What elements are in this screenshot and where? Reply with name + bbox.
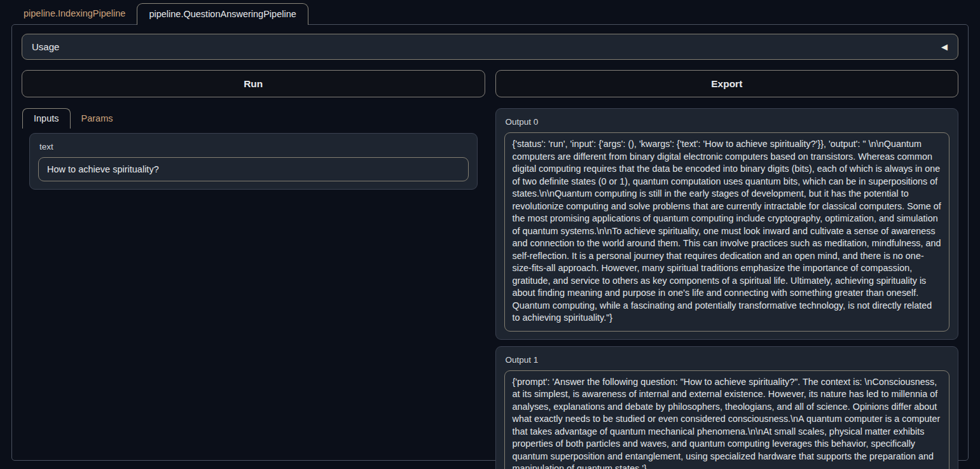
output-0-textbox[interactable]: {'status': 'run', 'input': {'args': (), … — [504, 132, 950, 332]
left-column: Run Inputs Params text — [22, 70, 485, 190]
right-column: Export Output 0 {'status': 'run', 'input… — [495, 70, 959, 469]
tab-question-answering-pipeline[interactable]: pipeline.QuestionAnsweringPipeline — [137, 3, 308, 25]
pipeline-tabbar: pipeline.IndexingPipeline pipeline.Quest… — [0, 0, 980, 24]
main-columns: Run Inputs Params text Export Output 0 {… — [22, 70, 958, 469]
io-tabbar: Inputs Params — [22, 108, 485, 129]
text-input-card: text — [29, 133, 478, 190]
collapse-left-icon: ◀ — [941, 42, 948, 52]
tab-inputs[interactable]: Inputs — [22, 108, 71, 129]
inputs-tabpanel: text — [22, 129, 485, 190]
output-1-label: Output 1 — [506, 355, 950, 365]
tab-params[interactable]: Params — [71, 109, 124, 129]
output-1-card: Output 1 {'prompt': 'Answer the followin… — [495, 346, 959, 469]
usage-accordion[interactable]: Usage ◀ — [22, 34, 958, 60]
output-0-label: Output 0 — [506, 117, 950, 127]
output-0-card: Output 0 {'status': 'run', 'input': {'ar… — [495, 108, 959, 340]
tab-indexing-pipeline[interactable]: pipeline.IndexingPipeline — [12, 3, 137, 24]
usage-accordion-label: Usage — [32, 41, 59, 52]
output-1-textbox[interactable]: {'prompt': 'Answer the following questio… — [504, 370, 950, 469]
pipeline-panel: Usage ◀ Run Inputs Params text Export Ou… — [11, 24, 969, 461]
text-field-label: text — [39, 142, 469, 151]
run-button[interactable]: Run — [22, 70, 485, 97]
text-input[interactable] — [38, 157, 469, 181]
export-button[interactable]: Export — [495, 70, 959, 97]
